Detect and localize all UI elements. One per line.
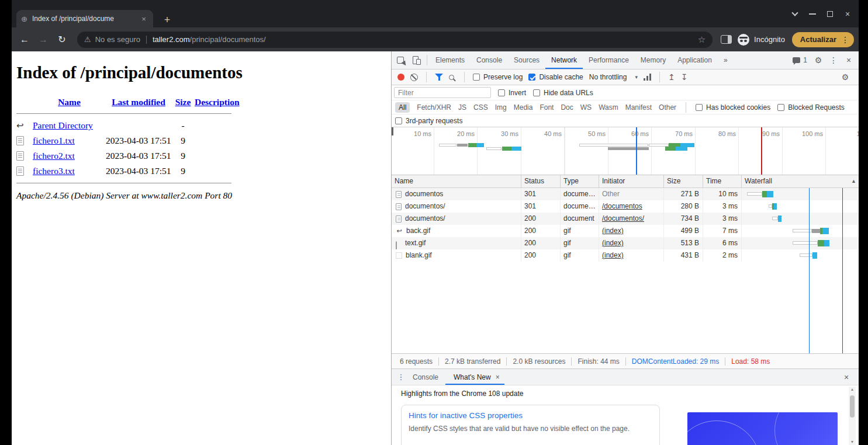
- request-initiator-link[interactable]: /documentos: [602, 202, 642, 210]
- sort-name-link[interactable]: Name: [58, 97, 81, 107]
- tab-network[interactable]: Network: [545, 51, 583, 69]
- whats-new-card[interactable]: Hints for inactive CSS properties Identi…: [401, 405, 660, 445]
- minimize-button[interactable]: [804, 7, 821, 21]
- drawer-tab-close-icon[interactable]: ×: [496, 373, 500, 381]
- reload-button[interactable]: ↻: [54, 32, 70, 48]
- window-close-button[interactable]: ×: [839, 7, 856, 21]
- file-link[interactable]: fichero3.txt: [33, 166, 75, 176]
- disable-cache-checkbox[interactable]: Disable cache: [528, 73, 583, 81]
- drawer-scrollbar[interactable]: ▲ ▼: [849, 387, 856, 445]
- column-header-time[interactable]: Time: [703, 175, 742, 188]
- more-tabs-button[interactable]: »: [718, 51, 734, 69]
- browser-menu-icon[interactable]: ⋮: [841, 35, 849, 44]
- blocked-requests-checkbox[interactable]: Blocked Requests: [777, 103, 845, 112]
- request-initiator-link[interactable]: (index): [602, 251, 624, 259]
- browser-tab[interactable]: ⊕ Index of /principal/docume ×: [16, 10, 153, 27]
- timeline-tick: 50 ms: [574, 130, 606, 137]
- file-link[interactable]: fichero1.txt: [33, 135, 75, 145]
- filter-type-all[interactable]: All: [395, 102, 410, 113]
- network-request-row[interactable]: text.gif 200 gif (index) 513 B 6 ms: [392, 237, 859, 249]
- back-button[interactable]: ←: [16, 32, 33, 48]
- network-request-row[interactable]: blank.gif 200 gif (index) 431 B 2 ms: [392, 249, 859, 262]
- filter-type-css[interactable]: CSS: [473, 102, 488, 113]
- column-header-initiator[interactable]: Initiator: [599, 175, 664, 188]
- search-icon[interactable]: [449, 75, 454, 80]
- sort-last-modified-link[interactable]: Last modified: [112, 97, 165, 107]
- record-button[interactable]: [397, 74, 404, 81]
- network-toolbar: Preserve log Disable cache No throttling…: [392, 69, 859, 85]
- timeline-overview[interactable]: 10 ms 20 ms 30 ms 40 ms 50 ms 60 ms 70 m…: [392, 127, 859, 175]
- network-request-row[interactable]: documentos 301 docume… Other 271 B 10 ms: [392, 188, 859, 200]
- hide-data-urls-checkbox[interactable]: Hide data URLs: [533, 89, 593, 97]
- column-header-status[interactable]: Status: [521, 175, 561, 188]
- column-header-size[interactable]: Size: [664, 175, 703, 188]
- filter-type-media[interactable]: Media: [514, 102, 533, 113]
- export-har-icon[interactable]: ↧: [681, 73, 688, 81]
- column-header-waterfall[interactable]: Waterfall ▲: [742, 175, 859, 188]
- parent-directory-link[interactable]: Parent Directory: [33, 120, 93, 130]
- throttling-select[interactable]: No throttling ▾: [589, 73, 638, 81]
- tab-sources[interactable]: Sources: [508, 51, 545, 69]
- clear-icon[interactable]: [410, 74, 418, 81]
- update-button[interactable]: Actualizar ⋮: [792, 32, 854, 47]
- network-request-row[interactable]: documentos/ 301 docume… /documentos 280 …: [392, 200, 859, 213]
- third-party-checkbox[interactable]: 3rd-party requests: [395, 117, 462, 125]
- filter-type-manifest[interactable]: Manifest: [625, 102, 652, 113]
- filter-type-fetch-xhr[interactable]: Fetch/XHR: [417, 102, 451, 113]
- side-panel-button[interactable]: [721, 35, 732, 44]
- issues-counter[interactable]: 1: [789, 56, 811, 64]
- filter-input[interactable]: [394, 87, 491, 98]
- maximize-button[interactable]: [821, 7, 839, 21]
- forward-button[interactable]: →: [35, 32, 51, 48]
- network-conditions-icon[interactable]: [644, 74, 651, 81]
- tab-performance[interactable]: Performance: [583, 51, 635, 69]
- inspect-element-button[interactable]: [394, 51, 409, 69]
- new-tab-button[interactable]: +: [160, 13, 174, 27]
- drawer-tab-whats-new[interactable]: What's New ×: [445, 369, 504, 385]
- scroll-up-icon[interactable]: ▲: [850, 387, 855, 392]
- filter-type-font[interactable]: Font: [540, 102, 554, 113]
- tab-close-icon[interactable]: ×: [139, 14, 148, 23]
- file-link[interactable]: fichero2.txt: [33, 151, 75, 161]
- filter-type-img[interactable]: Img: [495, 102, 507, 113]
- drawer-tab-console[interactable]: Console: [406, 369, 445, 385]
- filter-icon[interactable]: [435, 74, 443, 81]
- filter-type-other[interactable]: Other: [659, 102, 676, 113]
- drawer-close-button[interactable]: ×: [839, 369, 854, 385]
- tab-memory[interactable]: Memory: [635, 51, 672, 69]
- tab-console[interactable]: Console: [471, 51, 508, 69]
- network-settings-gear-icon[interactable]: ⚙: [838, 69, 853, 85]
- scrollbar-thumb[interactable]: [850, 395, 855, 418]
- preserve-log-checkbox[interactable]: Preserve log: [473, 73, 523, 81]
- devtools-close-button[interactable]: ×: [841, 51, 856, 69]
- invert-checkbox[interactable]: Invert: [498, 89, 526, 97]
- has-blocked-cookies-checkbox[interactable]: Has blocked cookies: [696, 103, 770, 112]
- devtools-menu-icon[interactable]: ⋮: [826, 51, 841, 69]
- request-initiator-link[interactable]: (index): [602, 239, 624, 247]
- network-request-row[interactable]: documentos/ 200 document /documentos/ 73…: [392, 213, 859, 225]
- filter-type-js[interactable]: JS: [458, 102, 466, 113]
- bookmark-star-icon[interactable]: ☆: [698, 34, 706, 45]
- filter-type-doc[interactable]: Doc: [561, 102, 573, 113]
- tab-search-button[interactable]: [786, 7, 804, 21]
- column-header-name[interactable]: Name: [392, 175, 521, 188]
- request-initiator-link[interactable]: /documentos/: [602, 214, 644, 222]
- import-har-icon[interactable]: ↥: [668, 73, 675, 81]
- filter-type-ws[interactable]: WS: [580, 102, 592, 113]
- network-request-row[interactable]: ↩back.gif 200 gif (index) 499 B 7 ms: [392, 225, 859, 237]
- scroll-down-icon[interactable]: ▼: [850, 439, 855, 445]
- whats-new-card-title[interactable]: Hints for inactive CSS properties: [409, 411, 652, 420]
- tab-elements[interactable]: Elements: [430, 51, 471, 69]
- request-size: 280 B: [664, 200, 703, 213]
- sort-size-link[interactable]: Size: [175, 97, 191, 107]
- tab-application[interactable]: Application: [672, 51, 718, 69]
- device-toolbar-button[interactable]: [409, 51, 424, 69]
- address-bar[interactable]: ⚠ No es seguro taller2.com/principal/doc…: [77, 32, 713, 48]
- settings-gear-icon[interactable]: ⚙: [811, 51, 826, 69]
- column-header-type[interactable]: Type: [561, 175, 599, 188]
- drawer-menu-icon[interactable]: ⋮: [396, 373, 406, 381]
- timeline-tick: 40 ms: [530, 130, 562, 137]
- sort-description-link[interactable]: Description: [195, 97, 240, 107]
- filter-type-wasm[interactable]: Wasm: [599, 102, 618, 113]
- request-initiator-link[interactable]: (index): [602, 227, 624, 235]
